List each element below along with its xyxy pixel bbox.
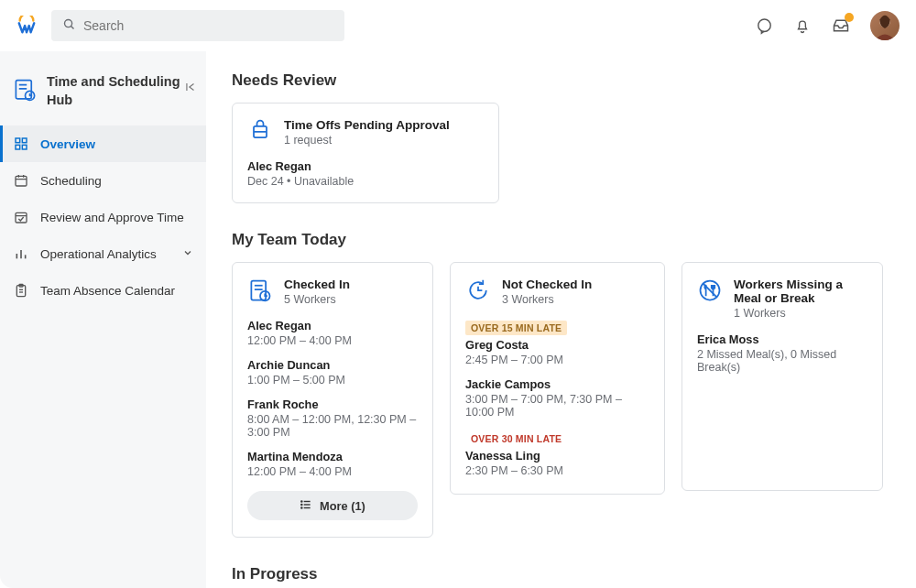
inbox-icon[interactable] — [832, 16, 850, 35]
main-content: Needs Review Time Offs Pending Approval … — [206, 51, 916, 588]
worker-time: 3:00 PM – 7:00 PM, 7:30 PM – 10:00 PM — [465, 393, 649, 419]
briefcase-clock-icon — [247, 118, 273, 144]
search-box[interactable] — [51, 10, 344, 41]
in-progress-heading: In Progress — [232, 565, 890, 583]
late-badge: OVER 15 MIN LATE — [465, 321, 567, 335]
collapse-sidebar-icon[interactable] — [184, 81, 197, 97]
card-subtitle: 3 Workers — [502, 293, 592, 306]
sidebar-item-label: Overview — [40, 137, 95, 151]
time-off-pending-card[interactable]: Time Offs Pending Approval 1 request Ale… — [232, 103, 499, 203]
card-title: Checked In — [284, 278, 350, 291]
worker-row: Archie Duncan 1:00 PM – 5:00 PM — [247, 358, 418, 387]
sidebar: Time and Scheduling Hub Overview Schedul… — [0, 51, 206, 588]
svg-rect-10 — [22, 138, 27, 143]
worker-row: Frank Roche 8:00 AM – 12:00 PM, 12:30 PM… — [247, 397, 418, 439]
sidebar-item-label: Operational Analytics — [40, 247, 157, 261]
checked-in-icon — [247, 278, 273, 303]
card-subtitle: 1 request — [284, 134, 450, 147]
sidebar-item-label: Review and Approve Time — [40, 211, 184, 224]
worker-row: OVER 30 MIN LATE Vanessa Ling 2:30 PM – … — [465, 430, 649, 477]
nav-list: Overview Scheduling Review and Approve T… — [0, 125, 206, 309]
svg-point-37 — [301, 506, 302, 507]
worker-name: Greg Costa — [465, 338, 649, 352]
svg-rect-9 — [16, 138, 20, 143]
my-team-today-heading: My Team Today — [232, 231, 890, 249]
worker-time: 8:00 AM – 12:00 PM, 12:30 PM – 3:00 PM — [247, 413, 418, 439]
card-title: Not Checked In — [502, 278, 592, 291]
chevron-down-icon — [182, 247, 193, 261]
topbar — [0, 0, 916, 51]
worker-name: Erica Moss — [697, 332, 867, 346]
card-subtitle: 5 Workers — [284, 293, 350, 306]
review-worker-detail: Dec 24 • Unavailable — [247, 175, 484, 188]
hub-icon — [13, 78, 38, 105]
sidebar-item-absence[interactable]: Team Absence Calendar — [0, 272, 206, 309]
clock-refresh-icon — [465, 278, 491, 303]
svg-rect-11 — [16, 145, 20, 149]
worker-name: Jackie Campos — [465, 377, 649, 391]
more-label: More (1) — [320, 499, 365, 513]
sidebar-item-overview[interactable]: Overview — [0, 125, 206, 162]
sidebar-header: Time and Scheduling Hub — [0, 57, 206, 125]
sidebar-item-analytics[interactable]: Operational Analytics — [0, 235, 206, 272]
worker-name: Frank Roche — [247, 397, 418, 411]
worker-name: Martina Mendoza — [247, 450, 418, 463]
worker-row: Erica Moss 2 Missed Meal(s), 0 Missed Br… — [697, 332, 867, 374]
svg-point-35 — [301, 500, 302, 501]
calendar-check-icon — [13, 209, 29, 225]
worker-name: Alec Regan — [247, 319, 418, 332]
sidebar-item-review-approve[interactable]: Review and Approve Time — [0, 199, 206, 235]
svg-point-36 — [301, 504, 302, 505]
chat-icon[interactable] — [755, 16, 773, 35]
worker-time: 2:45 PM – 7:00 PM — [465, 354, 649, 366]
svg-rect-12 — [22, 145, 27, 149]
late-badge: OVER 30 MIN LATE — [465, 431, 567, 446]
sidebar-item-label: Team Absence Calendar — [40, 284, 175, 298]
card-subtitle: 1 Workers — [734, 307, 867, 320]
team-today-row: Checked In 5 Workers Alec Regan 12:00 PM… — [232, 262, 890, 538]
not-checked-in-card[interactable]: Not Checked In 3 Workers OVER 15 MIN LAT… — [450, 262, 665, 495]
svg-point-0 — [65, 19, 72, 27]
search-input[interactable] — [83, 18, 333, 33]
sidebar-item-scheduling[interactable]: Scheduling — [0, 162, 206, 199]
bar-chart-icon — [13, 245, 29, 262]
svg-rect-17 — [16, 212, 27, 223]
list-icon — [300, 498, 312, 514]
worker-time: 12:00 PM – 4:00 PM — [247, 334, 418, 347]
missing-break-card[interactable]: Workers Missing a Meal or Break 1 Worker… — [682, 262, 883, 491]
checked-in-card[interactable]: Checked In 5 Workers Alec Regan 12:00 PM… — [232, 262, 433, 538]
grid-icon — [13, 136, 29, 152]
workday-logo[interactable] — [16, 16, 37, 36]
bell-icon[interactable] — [793, 16, 812, 35]
worker-time: 2:30 PM – 6:30 PM — [465, 464, 649, 477]
sidebar-item-label: Scheduling — [40, 174, 102, 188]
needs-review-heading: Needs Review — [232, 71, 890, 90]
worker-row: Jackie Campos 3:00 PM – 7:00 PM, 7:30 PM… — [465, 377, 649, 419]
svg-line-1 — [71, 26, 74, 28]
review-worker-name: Alec Regan — [247, 159, 484, 173]
worker-name: Archie Duncan — [247, 358, 418, 372]
inbox-badge — [845, 13, 854, 22]
svg-rect-13 — [16, 176, 27, 186]
worker-row: Martina Mendoza 12:00 PM – 4:00 PM — [247, 450, 418, 478]
sidebar-title: Time and Scheduling Hub — [47, 73, 193, 109]
calendar-icon — [13, 172, 29, 189]
worker-row: OVER 15 MIN LATE Greg Costa 2:45 PM – 7:… — [465, 319, 649, 366]
card-title: Time Offs Pending Approval — [284, 118, 450, 132]
more-button[interactable]: More (1) — [247, 491, 418, 520]
worker-time: 2 Missed Meal(s), 0 Missed Break(s) — [697, 348, 867, 374]
search-icon — [62, 17, 76, 35]
worker-row: Alec Regan 12:00 PM – 4:00 PM — [247, 319, 418, 347]
topbar-actions — [755, 11, 900, 40]
worker-name: Vanessa Ling — [465, 449, 649, 463]
no-meal-icon — [697, 278, 723, 303]
worker-time: 12:00 PM – 4:00 PM — [247, 465, 418, 478]
clipboard-icon — [13, 282, 29, 299]
avatar[interactable] — [870, 11, 900, 40]
card-title: Workers Missing a Meal or Break — [734, 278, 867, 305]
svg-point-2 — [758, 18, 769, 30]
worker-time: 1:00 PM – 5:00 PM — [247, 374, 418, 387]
